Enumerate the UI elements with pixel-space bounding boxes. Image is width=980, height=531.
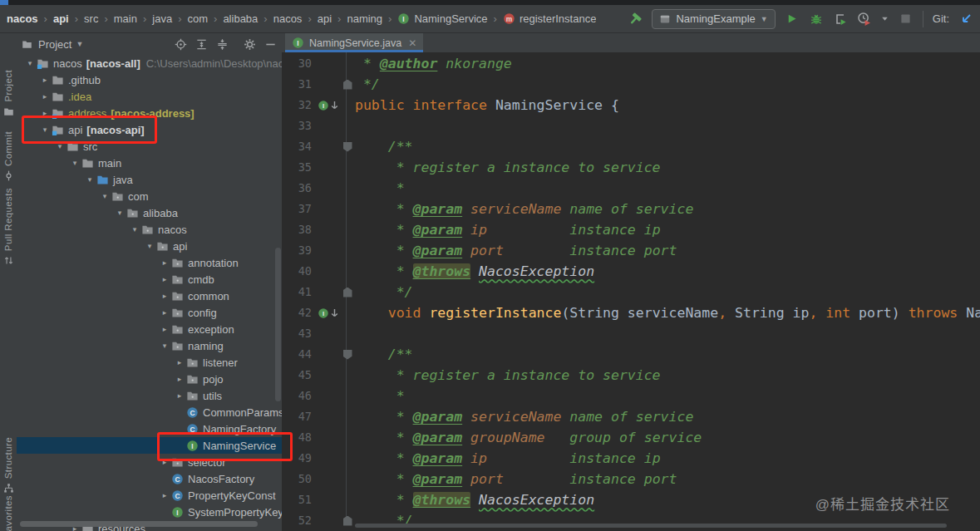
code-line-39[interactable]: 39 * @param port instance port — [282, 240, 980, 261]
collapsed-arrow-icon[interactable]: ▸ — [158, 292, 171, 300]
collapsed-arrow-icon[interactable]: ▸ — [38, 76, 52, 84]
collapsed-arrow-icon[interactable]: ▸ — [173, 375, 186, 383]
collapsed-arrow-icon[interactable]: ▸ — [173, 391, 186, 400]
code-line-47[interactable]: 47 * @param serviceName name of service — [282, 406, 980, 427]
expand-all-icon[interactable] — [195, 37, 208, 51]
fold-marker-icon[interactable] — [343, 288, 352, 297]
implementations-gutter-icon[interactable]: I — [318, 307, 340, 319]
collapsed-arrow-icon[interactable]: ▸ — [38, 92, 52, 101]
tree-row-utils[interactable]: ▸utils — [17, 387, 282, 404]
breadcrumb-item[interactable]: naming — [347, 12, 382, 25]
code-line-30[interactable]: 30 * @author nkorange — [282, 53, 980, 74]
expanded-arrow-icon[interactable]: ▾ — [98, 192, 111, 200]
build-hammer-icon[interactable] — [628, 12, 643, 27]
tree-row-pojo[interactable]: ▸pojo — [17, 371, 282, 387]
collapsed-arrow-icon[interactable]: ▸ — [38, 109, 52, 117]
collapse-all-icon[interactable] — [215, 37, 229, 51]
tree-row-src[interactable]: ▾src — [17, 138, 282, 155]
debug-icon[interactable] — [809, 12, 824, 27]
collapsed-arrow-icon[interactable]: ▸ — [158, 491, 171, 499]
collapsed-arrow-icon[interactable]: ▸ — [158, 325, 171, 333]
fold-marker-icon[interactable] — [343, 142, 352, 152]
tree-row-address[interactable]: ▸address[nacos-address] — [17, 105, 282, 121]
breadcrumb-item[interactable]: java — [152, 12, 172, 25]
implementations-gutter-icon[interactable]: I — [318, 100, 340, 111]
tree-row-naming[interactable]: ▾naming — [17, 337, 282, 354]
close-icon[interactable]: ✕ — [408, 37, 416, 49]
profiler-caret-icon[interactable] — [881, 12, 889, 27]
expanded-arrow-icon[interactable]: ▾ — [83, 175, 96, 184]
tree-row-api[interactable]: ▾api — [17, 238, 282, 254]
tree-horizontal-scrollbar[interactable] — [20, 521, 258, 527]
code-line-45[interactable]: 45 * register a instance to service — [282, 365, 980, 386]
run-configuration-select[interactable]: NamingExample ▼ — [652, 9, 775, 29]
breadcrumb-item[interactable]: api — [318, 12, 332, 25]
tree-row-nacosfactory[interactable]: CNacosFactory — [17, 470, 282, 487]
tree-row-selector[interactable]: ▸selector — [17, 454, 282, 470]
tree-row-annotation[interactable]: ▸annotation — [17, 254, 282, 271]
stripe-button-commit[interactable]: Commit — [0, 131, 17, 181]
expanded-arrow-icon[interactable]: ▾ — [143, 242, 156, 250]
code-line-33[interactable]: 33 — [282, 116, 980, 136]
code-line-35[interactable]: 35 * register a instance to service — [282, 157, 980, 178]
fold-marker-icon[interactable] — [343, 516, 352, 526]
breadcrumb-item[interactable]: api — [53, 12, 69, 25]
tree-row-nacos[interactable]: ▾nacos[nacos-all]C:\Users\admin\Desktop\… — [17, 55, 282, 71]
stripe-button-pull-requests[interactable]: Pull Requests — [0, 188, 17, 266]
code-line-50[interactable]: 50 * @param port instance port — [282, 469, 980, 489]
fold-marker-icon[interactable] — [343, 80, 352, 90]
tree-row-listener[interactable]: ▸listener — [17, 354, 282, 371]
tree-row-java[interactable]: ▾java — [17, 171, 282, 188]
editor-horizontal-scrollbar[interactable] — [355, 524, 947, 528]
stripe-button-favorites[interactable]: Favorites — [0, 495, 17, 531]
expanded-arrow-icon[interactable]: ▾ — [128, 225, 141, 234]
breadcrumb-item[interactable]: mregisterInstance — [503, 12, 597, 25]
breadcrumb-item[interactable]: nacos — [7, 12, 38, 25]
code-line-44[interactable]: 44 /** — [282, 344, 980, 365]
expanded-arrow-icon[interactable]: ▾ — [53, 142, 66, 150]
locate-icon[interactable] — [174, 37, 187, 51]
code-line-41[interactable]: 41 */ — [282, 282, 980, 302]
tree-row-common[interactable]: ▸common — [17, 288, 282, 304]
tree-row-nacos[interactable]: ▾nacos — [17, 221, 282, 238]
tree-row-systempropertykeyconst[interactable]: ISystemPropertyKeyConst — [17, 504, 282, 520]
tree-row-cmdb[interactable]: ▸cmdb — [17, 271, 282, 288]
code-line-48[interactable]: 48 * @param groupName group of service — [282, 427, 980, 448]
tree-row-main[interactable]: ▾main — [17, 155, 282, 171]
tree-vertical-scrollbar[interactable] — [275, 248, 281, 401]
code-line-40[interactable]: 40 * @throws NacosException — [282, 261, 980, 282]
breadcrumb-item[interactable]: alibaba — [223, 12, 258, 25]
code-line-37[interactable]: 37 * @param serviceName name of service — [282, 199, 980, 219]
project-view-selector[interactable]: Project — [38, 38, 71, 51]
tree-row-api[interactable]: ▾api[nacos-api] — [17, 121, 282, 138]
collapsed-arrow-icon[interactable]: ▸ — [158, 458, 171, 466]
tree-row-alibaba[interactable]: ▾alibaba — [17, 204, 282, 221]
tree-row-config[interactable]: ▸config — [17, 304, 282, 321]
tree-row-propertykeyconst[interactable]: ▸CPropertyKeyConst — [17, 487, 282, 504]
tree-row-namingfactory[interactable]: CNamingFactory — [17, 420, 282, 437]
git-update-icon[interactable] — [958, 12, 973, 27]
stripe-button-project[interactable]: Project — [0, 70, 17, 117]
run-icon[interactable] — [785, 12, 800, 27]
code-line-34[interactable]: 34 /** — [282, 136, 980, 157]
coverage-icon[interactable] — [833, 12, 848, 27]
tree-row-com[interactable]: ▾com — [17, 188, 282, 204]
tree-row-commonparams[interactable]: CCommonParams — [17, 404, 282, 420]
code-line-49[interactable]: 49 * @param ip instance ip — [282, 448, 980, 469]
breadcrumb-item[interactable]: main — [114, 12, 137, 25]
expanded-arrow-icon[interactable]: ▾ — [113, 209, 126, 217]
collapsed-arrow-icon[interactable]: ▸ — [158, 275, 171, 283]
collapsed-arrow-icon[interactable]: ▸ — [158, 308, 171, 317]
expanded-arrow-icon[interactable]: ▾ — [23, 59, 37, 67]
profiler-icon[interactable] — [857, 12, 872, 27]
code-editor[interactable]: 30 * @author nkorange31 */32Ipublic inte… — [282, 52, 980, 531]
breadcrumb-item[interactable]: com — [187, 12, 208, 25]
code-line-43[interactable]: 43 — [282, 323, 980, 344]
collapsed-arrow-icon[interactable]: ▸ — [173, 358, 186, 366]
tree-row-.idea[interactable]: ▸.idea — [17, 88, 282, 105]
settings-icon[interactable] — [243, 37, 256, 51]
tree-row-.github[interactable]: ▸.github — [17, 71, 282, 88]
hide-panel-icon[interactable] — [263, 37, 277, 51]
breadcrumb-item[interactable]: nacos — [273, 12, 303, 25]
breadcrumb-item[interactable]: INamingService — [397, 12, 487, 25]
